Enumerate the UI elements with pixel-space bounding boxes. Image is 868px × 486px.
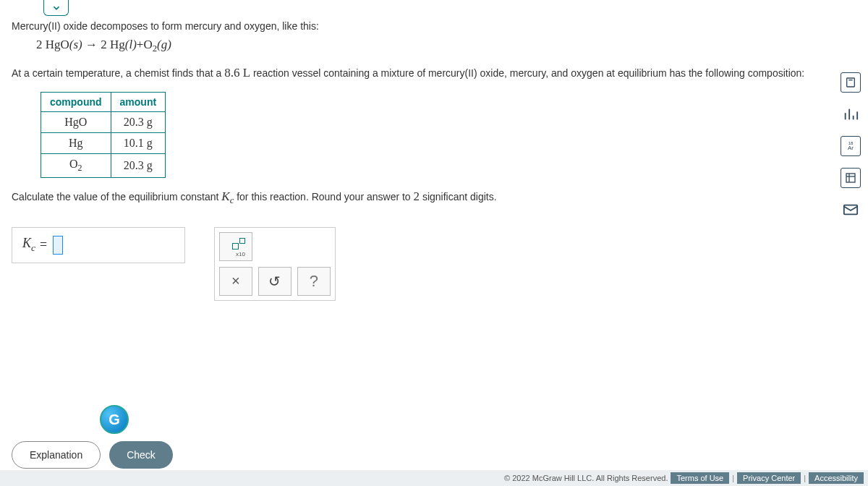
eq-arrow: →: [85, 38, 98, 51]
chemical-equation: 2 HgO(s) → 2 Hg(l)+O2(g): [36, 38, 839, 54]
problem-content: Mercury(II) oxide decomposes to form mer…: [12, 20, 839, 301]
eq-rhs-state2: (g): [157, 38, 171, 51]
periodic-table-tool[interactable]: 18 Ar: [841, 136, 861, 156]
clear-button[interactable]: ×: [219, 267, 252, 296]
table-row: Hg 10.1 g: [41, 133, 166, 154]
badge-letter: G: [109, 412, 120, 428]
terms-link[interactable]: Terms of Use: [671, 472, 729, 484]
calculator-icon: [845, 77, 856, 88]
table-icon: [845, 172, 856, 184]
chevron-down-icon: [51, 3, 61, 13]
problem-statement-1: Mercury(II) oxide decomposes to form mer…: [12, 20, 839, 32]
answer-input[interactable]: [53, 236, 63, 255]
problem-statement-2: At a certain temperature, a chemist find…: [12, 64, 839, 82]
calculator-tool[interactable]: [841, 72, 861, 93]
accessibility-link[interactable]: Accessibility: [809, 472, 864, 484]
th-amount: amount: [111, 93, 166, 112]
answer-box[interactable]: Kc =: [12, 227, 185, 263]
sci-box-icon: [232, 243, 239, 250]
vessel-size: 8.6 L: [224, 66, 250, 80]
help-button[interactable]: ?: [297, 267, 331, 296]
kc-label: Kc: [22, 236, 35, 254]
scientific-notation-button[interactable]: x10: [219, 232, 252, 261]
composition-table: compound amount HgO 20.3 g Hg 10.1 g O2 …: [41, 92, 166, 178]
equals-sign: =: [40, 237, 47, 252]
bottom-actions: Explanation Check: [12, 441, 173, 469]
grammarly-badge[interactable]: G: [100, 405, 129, 434]
eq-rhs-2: O: [143, 38, 152, 51]
check-button[interactable]: Check: [109, 441, 173, 469]
th-compound: compound: [41, 93, 111, 112]
undo-icon: ↺: [268, 273, 281, 290]
dropdown-toggle[interactable]: [43, 0, 69, 16]
explanation-button[interactable]: Explanation: [12, 441, 101, 469]
message-tool[interactable]: [841, 200, 861, 220]
undo-button[interactable]: ↺: [258, 267, 292, 296]
footer-bar: © 2022 McGraw Hill LLC. All Rights Reser…: [0, 470, 868, 486]
kc-inline: Kc: [221, 189, 234, 203]
eq-plus: +: [137, 38, 144, 51]
tool-panel: x10 × ↺ ?: [214, 227, 336, 301]
problem-statement-3: Calculate the value of the equilibrium c…: [12, 189, 839, 206]
table-row: O2 20.3 g: [41, 154, 166, 178]
side-toolbar: 18 Ar: [841, 72, 861, 220]
graph-tool[interactable]: [841, 104, 861, 124]
svg-rect-9: [846, 174, 855, 182]
svg-rect-0: [847, 78, 855, 87]
copyright-text: © 2022 McGraw Hill LLC. All Rights Reser…: [504, 474, 668, 482]
table-row: HgO 20.3 g: [41, 112, 166, 133]
eq-rhs-1: 2 Hg: [101, 38, 125, 51]
eq-lhs-state: (s): [69, 38, 82, 51]
answer-row: Kc = x10 × ↺ ?: [12, 227, 839, 301]
eq-lhs: 2 HgO: [36, 38, 69, 51]
bar-chart-icon: [843, 106, 859, 122]
mail-icon: [843, 202, 859, 218]
eq-rhs-state1: (l): [125, 38, 137, 51]
help-icon: ?: [310, 272, 318, 291]
privacy-link[interactable]: Privacy Center: [737, 472, 801, 484]
x-icon: ×: [231, 273, 240, 289]
data-tool[interactable]: [841, 168, 861, 188]
